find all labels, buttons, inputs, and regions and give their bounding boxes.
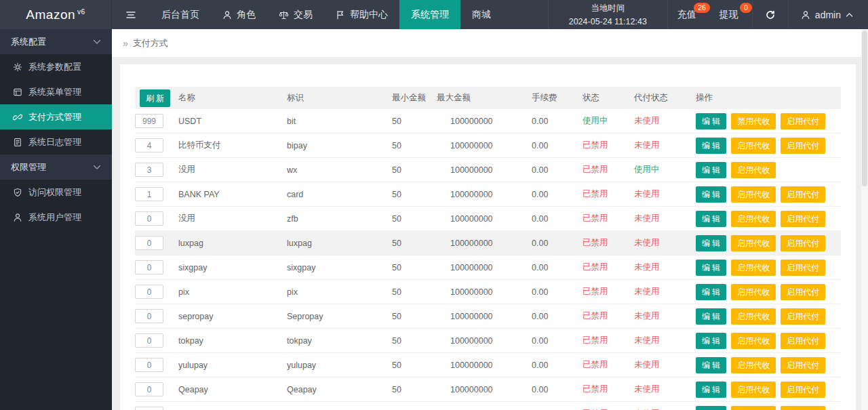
sort-order-input[interactable] — [135, 333, 163, 348]
payout-toggle-button[interactable]: 启用代付 — [781, 186, 825, 203]
collect-toggle-button[interactable]: 启用代收 — [731, 357, 776, 373]
sort-order-input[interactable] — [135, 138, 163, 152]
sidebar-item-payment-methods[interactable]: 支付方式管理 — [0, 104, 112, 129]
refresh-table-button[interactable]: 刷 新 — [140, 89, 170, 107]
admin-username: admin — [815, 9, 841, 20]
cell-code: wx — [287, 165, 392, 175]
edit-button[interactable]: 编 辑 — [696, 284, 726, 300]
collect-toggle-button[interactable]: 启用代收 — [731, 284, 776, 300]
sort-order-input[interactable] — [135, 309, 163, 323]
payout-toggle-button[interactable]: 启用代付 — [781, 211, 825, 227]
payout-toggle-button[interactable]: 启用代付 — [781, 382, 825, 398]
sort-order-input[interactable] — [135, 114, 163, 128]
nav-item-home[interactable]: 后台首页 — [150, 0, 211, 29]
local-time-label: 当地时间 — [569, 1, 647, 15]
refresh-page-button[interactable] — [752, 0, 789, 29]
payout-status-badge: 未使用 — [634, 310, 696, 322]
scrollbar[interactable] — [861, 29, 868, 410]
table-row: sepropay Sepropay 50 100000000 0.00 已禁用 … — [135, 304, 841, 329]
payout-toggle-button[interactable]: 启用代付 — [781, 308, 825, 325]
sidebar-item-access-permissions[interactable]: 访问权限管理 — [0, 180, 112, 205]
nav-item-roles[interactable]: 角色 — [211, 0, 267, 29]
sidebar-group-permissions[interactable]: 权限管理 — [0, 155, 112, 180]
sidebar-item-system-logs[interactable]: 系统日志管理 — [0, 129, 112, 155]
sort-order-input[interactable] — [135, 211, 163, 226]
nav-item-label: 角色 — [237, 9, 256, 21]
cell-actions: 编 辑启用代收 — [696, 162, 841, 178]
sort-order-input[interactable] — [135, 260, 163, 274]
collect-toggle-button[interactable]: 启用代收 — [731, 333, 776, 349]
payout-toggle-button[interactable]: 启用代付 — [781, 333, 825, 349]
edit-button[interactable]: 编 辑 — [696, 333, 726, 349]
collect-toggle-button[interactable]: 启用代收 — [731, 162, 776, 178]
cell-min-amount: 50 — [392, 336, 437, 346]
edit-button[interactable]: 编 辑 — [696, 211, 726, 227]
status-badge: 已禁用 — [583, 188, 634, 200]
collect-toggle-button[interactable]: 启用代收 — [731, 308, 776, 325]
sidebar-item-system-menu[interactable]: 系统菜单管理 — [0, 79, 112, 104]
sidebar-item-system-params[interactable]: 系统参数配置 — [0, 54, 112, 79]
collect-toggle-button[interactable]: 启用代收 — [731, 138, 776, 154]
payout-toggle-button[interactable]: 启用代付 — [781, 406, 825, 410]
cell-fee: 0.00 — [532, 214, 583, 224]
cell-actions: 编 辑启用代收启用代付 — [696, 333, 841, 349]
edit-button[interactable]: 编 辑 — [696, 357, 726, 373]
edit-button[interactable]: 编 辑 — [696, 186, 726, 203]
cell-fee: 0.00 — [532, 336, 583, 346]
edit-button[interactable]: 编 辑 — [696, 406, 726, 410]
nav-item-trade[interactable]: 交易 — [267, 0, 324, 29]
sort-order-input[interactable] — [135, 407, 163, 410]
edit-button[interactable]: 编 辑 — [696, 162, 726, 178]
collect-toggle-button[interactable]: 启用代收 — [731, 235, 776, 251]
payout-toggle-button[interactable]: 启用代付 — [781, 113, 825, 129]
cell-min-amount: 50 — [392, 141, 437, 150]
status-badge: 已禁用 — [583, 310, 634, 322]
cell-actions: 编 辑启用代收启用代付 — [696, 406, 841, 410]
logo-version: v6 — [77, 8, 85, 16]
sort-order-input[interactable] — [135, 236, 163, 250]
cell-max-amount: 100000000 — [437, 385, 532, 394]
payment-methods-card: 刷 新 名称 标识 最小金额 最大金额 手续费 状态 代付状态 操作 USDT … — [120, 64, 856, 410]
admin-menu[interactable]: admin — [789, 0, 868, 29]
sort-order-input[interactable] — [135, 285, 163, 299]
nav-item-mall[interactable]: 商城 — [460, 0, 502, 29]
payout-toggle-button[interactable]: 启用代付 — [781, 260, 825, 276]
col-header-fee: 手续费 — [532, 92, 583, 104]
status-badge: 已禁用 — [583, 335, 634, 346]
withdraw-button[interactable]: 提现 0 — [710, 0, 752, 29]
edit-button[interactable]: 编 辑 — [696, 382, 726, 398]
sidebar-item-label: 系统菜单管理 — [28, 86, 81, 98]
collect-toggle-button[interactable]: 启用代收 — [731, 406, 776, 410]
nav-item-system-management[interactable]: 系统管理 — [399, 0, 460, 29]
cell-name: tokpay — [178, 336, 287, 346]
recharge-button[interactable]: 充值 26 — [668, 0, 710, 29]
sort-order-input[interactable] — [135, 187, 163, 201]
sort-order-input[interactable] — [135, 358, 163, 372]
cell-code: Sepropay — [287, 312, 392, 321]
sidebar-item-label: 系统参数配置 — [28, 61, 81, 73]
payout-toggle-button[interactable]: 启用代付 — [781, 357, 825, 373]
sidebar-group-system-config[interactable]: 系统配置 — [0, 29, 112, 54]
edit-button[interactable]: 编 辑 — [696, 308, 726, 325]
collect-toggle-button[interactable]: 启用代收 — [731, 260, 776, 276]
chevron-down-icon — [93, 165, 101, 170]
collect-toggle-button[interactable]: 启用代收 — [731, 382, 776, 398]
sort-order-input[interactable] — [135, 163, 163, 177]
sidebar-item-system-users[interactable]: 系统用户管理 — [0, 205, 112, 230]
cell-max-amount: 100000000 — [437, 336, 532, 346]
table-body: USDT bit 50 100000000 0.00 使用中 未使用 编 辑禁用… — [135, 109, 841, 410]
edit-button[interactable]: 编 辑 — [696, 138, 726, 154]
collect-toggle-button[interactable]: 启用代收 — [731, 186, 776, 203]
edit-button[interactable]: 编 辑 — [696, 113, 726, 129]
payout-toggle-button[interactable]: 启用代付 — [781, 284, 825, 300]
collect-toggle-button[interactable]: 启用代收 — [731, 211, 776, 227]
sidebar-toggle-button[interactable] — [112, 0, 150, 29]
scrollbar-thumb[interactable] — [862, 30, 867, 186]
payout-toggle-button[interactable]: 启用代付 — [781, 235, 825, 251]
collect-toggle-button[interactable]: 禁用代收 — [731, 113, 776, 129]
sort-order-input[interactable] — [135, 382, 163, 396]
payout-toggle-button[interactable]: 启用代付 — [781, 138, 825, 154]
edit-button[interactable]: 编 辑 — [696, 260, 726, 276]
edit-button[interactable]: 编 辑 — [696, 235, 726, 251]
nav-item-help-center[interactable]: 帮助中心 — [324, 0, 399, 29]
